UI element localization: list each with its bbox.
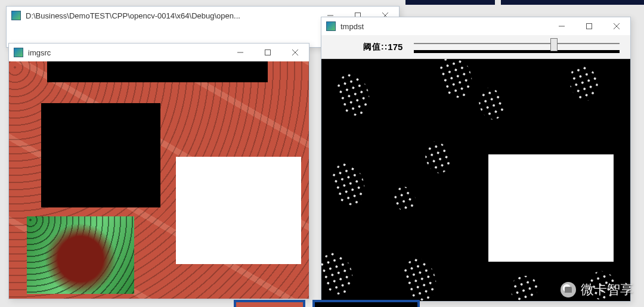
threshold-label: 阈值::: [363, 42, 388, 52]
threshold-blob: [382, 173, 429, 224]
imgsrc-window: imgsrc: [8, 43, 309, 299]
close-button[interactable]: [281, 44, 309, 61]
threshold-toolbar: 阈值:: 175: [321, 35, 630, 59]
tmpdst-titlebar[interactable]: tmpdst: [321, 17, 630, 35]
slider-track: [414, 43, 620, 44]
src-black-rect: [41, 103, 160, 207]
maximize-button[interactable]: [575, 17, 603, 35]
imgsrc-titlebar[interactable]: imgsrc: [9, 44, 309, 61]
svg-rect-5: [265, 50, 271, 55]
watermark: 微卡智享: [561, 281, 633, 299]
background-stripe: [501, 0, 644, 5]
tmpdst-canvas: [321, 59, 630, 301]
threshold-blob: [463, 72, 519, 135]
watermark-text: 微卡智享: [581, 281, 633, 299]
slider-thumb[interactable]: [550, 38, 558, 51]
src-black-bar: [47, 61, 268, 82]
threshold-blob: [321, 142, 385, 227]
svg-rect-9: [587, 24, 592, 29]
opencv-icon: [14, 48, 23, 57]
maximize-button[interactable]: [254, 44, 281, 61]
src-green-rect: [27, 216, 134, 294]
threshold-blob: [410, 125, 466, 189]
minimize-button[interactable]: [227, 44, 254, 61]
console-title: D:\Business\DemoTEST\CPP\opencv-0014\x64…: [26, 11, 240, 20]
opencv-icon: [326, 21, 336, 31]
threshold-blob: [321, 59, 389, 137]
minimize-button[interactable]: [548, 17, 575, 35]
app-icon: [11, 11, 21, 20]
slider-track: [414, 50, 620, 53]
taskbar-thumbnail: [234, 300, 305, 307]
threshold-blob: [495, 261, 553, 301]
background-stripe: [405, 0, 495, 5]
wechat-icon: [561, 282, 576, 297]
threshold-slider[interactable]: [414, 39, 620, 55]
src-white-rect: [176, 157, 301, 264]
taskbar-thumbnail: [312, 300, 420, 307]
close-button[interactable]: [603, 17, 630, 35]
tmpdst-window: tmpdst 阈值:: 175: [321, 17, 631, 302]
imgsrc-canvas: [9, 61, 309, 299]
threshold-blob: [552, 59, 616, 119]
threshold-value: 175: [388, 42, 408, 52]
threshold-blob: [321, 231, 373, 301]
threshold-blob: [383, 237, 457, 301]
imgsrc-title: imgsrc: [28, 48, 51, 57]
dst-white-rect: [488, 154, 614, 262]
tmpdst-title: tmpdst: [340, 22, 364, 31]
